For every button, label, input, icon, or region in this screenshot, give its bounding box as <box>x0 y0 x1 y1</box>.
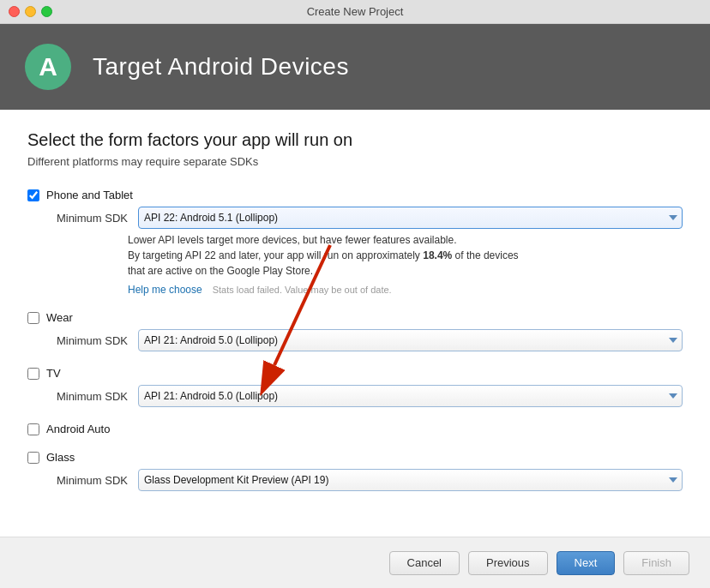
form-factor-android-auto: Android Auto <box>27 423 683 435</box>
wear-sdk-label: Minimum SDK <box>46 334 128 347</box>
header-title: Target Android Devices <box>93 53 349 81</box>
window-controls[interactable] <box>9 6 52 17</box>
form-factor-tv: TV Minimum SDK API 21: Android 5.0 (Loll… <box>27 367 683 407</box>
phone-help-row: Help me choose Stats load failed. Value … <box>128 284 683 296</box>
glass-sdk-select-wrapper: Glass Development Kit Preview (API 19) <box>138 469 683 491</box>
section-title: Select the form factors your app will ru… <box>27 130 683 150</box>
phone-tablet-checkbox[interactable] <box>27 189 39 201</box>
phone-info-line1: Lower API levels target more devices, bu… <box>128 232 642 248</box>
minimize-button[interactable] <box>25 6 36 17</box>
section-subtitle: Different platforms may require separate… <box>27 155 683 168</box>
phone-info-line2: By targeting API 22 and later, your app … <box>128 248 642 263</box>
tv-label[interactable]: TV <box>46 367 61 380</box>
glass-sdk-label: Minimum SDK <box>46 474 128 487</box>
glass-checkbox[interactable] <box>27 452 39 464</box>
cancel-button[interactable]: Cancel <box>389 551 460 575</box>
phone-info-block: Lower API levels target more devices, bu… <box>128 232 642 279</box>
content-area: Select the form factors your app will ru… <box>0 110 710 588</box>
form-factor-phone-tablet: Phone and Tablet Minimum SDK API 22: And… <box>27 189 683 296</box>
tv-sdk-label: Minimum SDK <box>46 390 128 403</box>
wear-label[interactable]: Wear <box>46 311 73 324</box>
tv-checkbox[interactable] <box>27 368 39 380</box>
title-bar: Create New Project <box>0 0 710 24</box>
tv-sdk-select-wrapper: API 21: Android 5.0 (Lollipop) <box>138 385 683 407</box>
header-banner: A Target Android Devices <box>0 24 710 110</box>
phone-sdk-label: Minimum SDK <box>46 212 128 225</box>
phone-sdk-select-wrapper: API 22: Android 5.1 (Lollipop) <box>138 207 683 229</box>
help-me-choose-link[interactable]: Help me choose <box>128 284 202 296</box>
wear-sdk-select[interactable]: API 21: Android 5.0 (Lollipop) <box>138 329 683 351</box>
tv-sdk-select[interactable]: API 21: Android 5.0 (Lollipop) <box>138 385 683 407</box>
wear-checkbox[interactable] <box>27 312 39 324</box>
previous-button[interactable]: Previous <box>468 551 548 575</box>
phone-sdk-select[interactable]: API 22: Android 5.1 (Lollipop) <box>138 207 683 229</box>
maximize-button[interactable] <box>41 6 52 17</box>
phone-tablet-label[interactable]: Phone and Tablet <box>46 189 133 201</box>
form-factor-glass: Glass Minimum SDK Glass Development Kit … <box>27 451 683 491</box>
close-button[interactable] <box>9 6 20 17</box>
finish-button[interactable]: Finish <box>623 551 689 575</box>
android-auto-checkbox[interactable] <box>27 423 39 435</box>
android-logo-icon: A <box>21 39 75 94</box>
glass-sdk-select[interactable]: Glass Development Kit Preview (API 19) <box>138 469 683 491</box>
next-button[interactable]: Next <box>557 551 616 575</box>
android-auto-label[interactable]: Android Auto <box>46 423 110 435</box>
form-factor-wear: Wear Minimum SDK API 21: Android 5.0 (Lo… <box>27 311 683 351</box>
glass-label[interactable]: Glass <box>46 451 75 464</box>
footer: Cancel Previous Next Finish <box>0 537 710 588</box>
window-title: Create New Project <box>307 5 404 18</box>
wear-sdk-select-wrapper: API 21: Android 5.0 (Lollipop) <box>138 329 683 351</box>
svg-text:A: A <box>39 52 57 81</box>
stats-fail-text: Stats load failed. Value may be out of d… <box>213 285 392 295</box>
phone-info-line3: that are active on the Google Play Store… <box>128 263 642 279</box>
